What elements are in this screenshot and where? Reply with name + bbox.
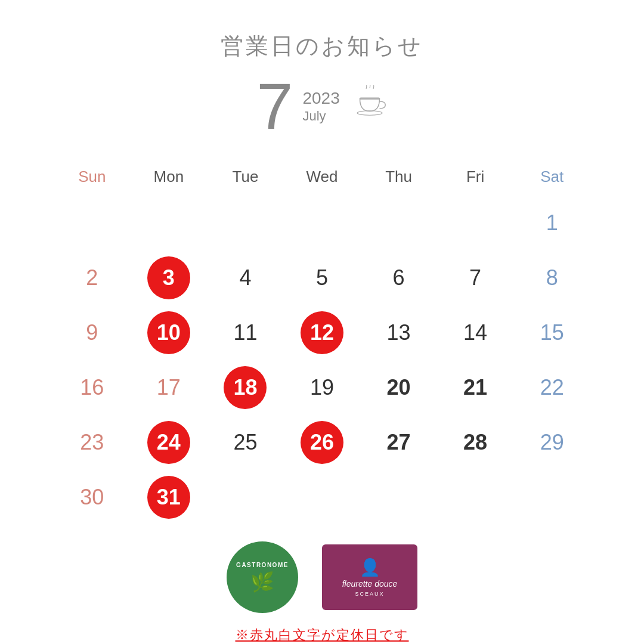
fleurette-logo: 👤 fleurette douce SCEAUX [322, 544, 417, 610]
day-number: 18 [224, 366, 267, 409]
day-cell: 21 [437, 361, 514, 414]
calendar: Sun Mon Tue Wed Thu Fri Sat 123456789101… [54, 163, 590, 524]
notice-text: ※赤丸白文字が定休日です [236, 626, 409, 644]
day-cell [437, 471, 514, 524]
day-cell [207, 471, 284, 524]
fleurette-figure: 👤 [360, 558, 380, 577]
day-cell [207, 197, 284, 249]
day-number: 3 [147, 256, 190, 299]
day-cell: 16 [54, 361, 131, 414]
day-number: 7 [454, 256, 497, 299]
day-cell: 27 [360, 416, 437, 469]
day-number: 12 [301, 311, 343, 354]
day-cell: 1 [513, 197, 590, 249]
day-cell: 26 [284, 416, 361, 469]
header-mon: Mon [131, 163, 208, 191]
day-number: 8 [531, 256, 574, 299]
day-cell: 28 [437, 416, 514, 469]
day-number: 2 [70, 256, 113, 299]
day-cell: 10 [131, 306, 208, 359]
page-title: 営業日のお知らせ [221, 31, 423, 61]
day-cell: 25 [207, 416, 284, 469]
day-cell [437, 197, 514, 249]
month-name: July [302, 109, 326, 124]
day-cell: 13 [360, 306, 437, 359]
day-cell: 19 [284, 361, 361, 414]
header-tue: Tue [207, 163, 284, 191]
day-cell: 17 [131, 361, 208, 414]
day-cell: 5 [284, 252, 361, 304]
day-number: 16 [70, 366, 113, 409]
cup-icon [352, 85, 388, 121]
day-number: 27 [377, 421, 420, 464]
day-cell: 24 [131, 416, 208, 469]
day-number: 26 [301, 421, 343, 464]
day-number: 6 [377, 256, 420, 299]
day-cell: 15 [513, 306, 590, 359]
day-cell: 12 [284, 306, 361, 359]
day-number: 11 [224, 311, 267, 354]
day-cell: 29 [513, 416, 590, 469]
day-cell: 11 [207, 306, 284, 359]
day-number: 30 [70, 476, 113, 519]
gastronome-logo: GASTRONOME 🌿 [227, 541, 298, 613]
day-number: 14 [454, 311, 497, 354]
day-cell: 23 [54, 416, 131, 469]
day-cell: 14 [437, 306, 514, 359]
day-number: 15 [531, 311, 574, 354]
month-header: 7 2023 July [256, 73, 387, 139]
fleurette-name: fleurette douce [342, 578, 398, 589]
day-cell: 3 [131, 252, 208, 304]
day-cell [360, 197, 437, 249]
day-cell: 6 [360, 252, 437, 304]
day-headers: Sun Mon Tue Wed Thu Fri Sat [54, 163, 590, 191]
day-cell [284, 197, 361, 249]
day-cell: 2 [54, 252, 131, 304]
day-number: 25 [224, 421, 267, 464]
header-sat: Sat [513, 163, 590, 191]
day-cell: 7 [437, 252, 514, 304]
day-number: 20 [377, 366, 420, 409]
day-number: 24 [147, 421, 190, 464]
day-cell [513, 471, 590, 524]
day-cell [131, 197, 208, 249]
day-cell [360, 471, 437, 524]
day-cell: 31 [131, 471, 208, 524]
day-number: 22 [531, 366, 574, 409]
day-number: 9 [70, 311, 113, 354]
day-cell: 18 [207, 361, 284, 414]
month-info: 2023 July [302, 88, 339, 124]
day-number: 13 [377, 311, 420, 354]
gastronome-icon: 🌿 [250, 571, 274, 593]
day-cell: 9 [54, 306, 131, 359]
header-fri: Fri [437, 163, 514, 191]
calendar-grid: 1234567891011121314151617181920212223242… [54, 197, 590, 524]
day-number: 1 [531, 202, 574, 244]
month-number: 7 [256, 73, 293, 139]
day-cell: 30 [54, 471, 131, 524]
day-cell [54, 197, 131, 249]
day-number: 31 [147, 476, 190, 519]
day-cell: 20 [360, 361, 437, 414]
day-number: 19 [301, 366, 343, 409]
header-sun: Sun [54, 163, 131, 191]
day-number: 21 [454, 366, 497, 409]
header-thu: Thu [360, 163, 437, 191]
day-number: 28 [454, 421, 497, 464]
gastronome-text: GASTRONOME [236, 562, 289, 568]
day-cell: 8 [513, 252, 590, 304]
day-number: 17 [147, 366, 190, 409]
day-number: 5 [301, 256, 343, 299]
header-wed: Wed [284, 163, 361, 191]
day-number: 10 [147, 311, 190, 354]
fleurette-sub: SCEAUX [355, 591, 384, 597]
day-number: 4 [224, 256, 267, 299]
day-cell: 22 [513, 361, 590, 414]
year-text: 2023 [302, 88, 339, 109]
logos-area: GASTRONOME 🌿 👤 fleurette douce SCEAUX [227, 541, 417, 613]
day-number: 29 [531, 421, 574, 464]
day-cell: 4 [207, 252, 284, 304]
day-number: 23 [70, 421, 113, 464]
day-cell [284, 471, 361, 524]
